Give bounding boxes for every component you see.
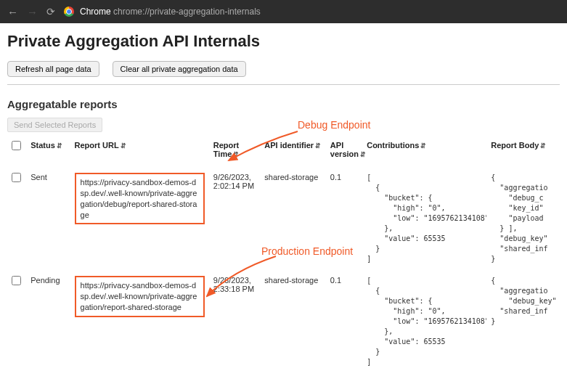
sort-icon: ⇵ [121,142,126,150]
col-checkbox [7,136,26,167]
refresh-button[interactable]: Refresh all page data [7,61,99,77]
cell-time: 9/26/2023, 2:02:14 PM [209,167,260,270]
cell-url: https://privacy-sandbox-demos-dsp.dev/.w… [75,276,205,317]
header-buttons: Refresh all page data Clear all private … [7,61,560,77]
reports-table-wrap: Debug Endpoint Production Endpoint Statu… [7,136,560,373]
page-title: Private Aggregation API Internals [7,32,560,51]
cell-body: { "aggregatio "debug_c "key_id" "payload… [486,167,560,270]
cell-status: Sent [26,167,70,270]
divider [7,84,560,85]
sort-icon: ⇵ [315,142,321,150]
col-contributions[interactable]: Contributions⇵ [362,136,486,167]
table-row: Sent https://privacy-sandbox-demos-dsp.d… [7,167,560,270]
cell-api: shared-storage [260,270,326,373]
forward-icon[interactable]: → [27,6,38,18]
row-checkbox[interactable] [12,276,21,285]
reload-icon[interactable]: ⟳ [46,6,55,17]
select-all-checkbox[interactable] [12,141,21,150]
url-scheme: Chrome [80,7,111,17]
cell-body: { "aggregatio "debug_key" "shared_inf } [486,270,560,373]
chrome-icon [64,7,74,17]
cell-contributions: [ { "bucket": { "high": "0", "low": "169… [362,270,486,373]
reports-table: Status⇵ Report URL⇵ Report Time⇵ API ide… [7,136,560,373]
row-checkbox[interactable] [12,173,21,182]
cell-version: 0.1 [326,167,362,270]
send-selected-button[interactable]: Send Selected Reports [7,118,102,132]
back-icon[interactable]: ← [7,6,18,18]
sort-icon: ⇵ [540,142,546,150]
table-row: Pending https://privacy-sandbox-demos-ds… [7,270,560,373]
cell-version: 0.1 [326,270,362,373]
section-title: Aggregatable reports [7,98,560,110]
page-content: Private Aggregation API Internals Refres… [0,23,567,382]
sort-icon: ⇵ [420,142,426,150]
cell-contributions: [ { "bucket": { "high": "0", "low": "169… [362,167,486,270]
col-body[interactable]: Report Body⇵ [486,136,560,167]
clear-button[interactable]: Clear all private aggregation data [113,61,246,77]
browser-toolbar: ← → ⟳ Chrome chrome://private-aggregatio… [0,0,567,23]
debug-annotation: Debug Endpoint [298,119,370,131]
sort-icon: ⇵ [360,151,366,158]
url-path: chrome://private-aggregation-internals [113,7,261,17]
col-status[interactable]: Status⇵ [26,136,70,167]
cell-time: 9/26/2023, 2:33:18 PM [209,270,260,373]
cell-status: Pending [26,270,70,373]
cell-api: shared-storage [260,167,326,270]
sort-icon: ⇵ [233,151,239,158]
sort-icon: ⇵ [57,142,62,150]
col-version[interactable]: API version⇵ [326,136,362,167]
address-bar[interactable]: Chrome chrome://private-aggregation-inte… [64,7,261,17]
cell-url: https://privacy-sandbox-demos-dsp.dev/.w… [75,173,205,224]
col-url[interactable]: Report URL⇵ [70,136,209,167]
col-time[interactable]: Report Time⇵ [209,136,260,167]
col-api[interactable]: API identifier⇵ [260,136,326,167]
